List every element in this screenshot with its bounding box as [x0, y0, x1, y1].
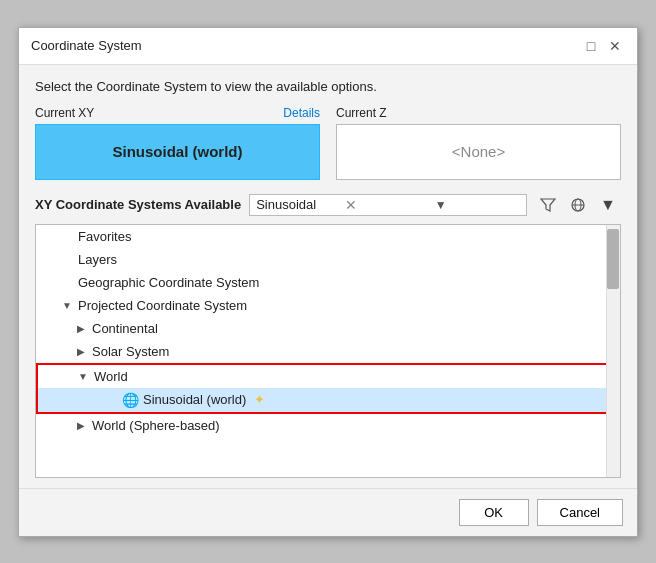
current-xy-z-row: Current XY Details Sinusoidal (world) Cu… [35, 106, 621, 180]
details-link[interactable]: Details [283, 106, 320, 120]
cancel-button[interactable]: Cancel [537, 499, 623, 526]
ok-button[interactable]: OK [459, 499, 529, 526]
tree-item-label: Projected Coordinate System [78, 298, 247, 313]
tree-item-label: Solar System [92, 344, 169, 359]
current-z-label: Current Z [336, 106, 387, 120]
filter-icon[interactable] [535, 192, 561, 218]
tree-item-label: Sinusoidal (world) [143, 392, 246, 407]
expand-icon [60, 275, 74, 289]
coordinate-system-dialog: Coordinate System □ ✕ Select the Coordin… [18, 27, 638, 537]
expand-icon [104, 393, 118, 407]
dropdown-arrow-icon[interactable]: ▼ [435, 198, 520, 212]
current-z-section: Current Z <None> [336, 106, 621, 180]
bottom-bar: OK Cancel [19, 488, 637, 536]
current-xy-label: Current XY [35, 106, 94, 120]
title-bar: Coordinate System □ ✕ [19, 28, 637, 65]
expand-icon [60, 229, 74, 243]
dialog-title: Coordinate System [31, 38, 142, 53]
star-icon: ✦ [254, 392, 265, 407]
tree-item-world-sphere[interactable]: ▶ World (Sphere-based) [36, 414, 620, 437]
tree-item-label: World [94, 369, 128, 384]
tree-item-projected[interactable]: ▼ Projected Coordinate System [36, 294, 620, 317]
tree-container[interactable]: Favorites Layers Geographic Coordinate S… [35, 224, 621, 478]
globe-add-icon[interactable] [565, 192, 591, 218]
tree-item-label: Layers [78, 252, 117, 267]
world-group: ▼ World 🌐 Sinusoidal (world) ✦ [36, 363, 620, 414]
current-xy-value[interactable]: Sinusoidal (world) [35, 124, 320, 180]
tree-item-favorites[interactable]: Favorites [36, 225, 620, 248]
description-text: Select the Coordinate System to view the… [35, 79, 621, 94]
xy-avail-header: XY Coordinate Systems Available Sinusoid… [35, 192, 621, 218]
title-bar-buttons: □ ✕ [581, 36, 625, 56]
globe-icon: 🌐 [122, 392, 139, 408]
tree-item-solar-system[interactable]: ▶ Solar System [36, 340, 620, 363]
dropdown-globe-icon[interactable]: ▼ [595, 192, 621, 218]
tree-item-label: Geographic Coordinate System [78, 275, 259, 290]
current-xy-section: Current XY Details Sinusoidal (world) [35, 106, 320, 180]
tree-item-label: Continental [92, 321, 158, 336]
search-combo[interactable]: Sinusoidal ✕ ▼ [249, 194, 527, 216]
expand-icon: ▼ [60, 298, 74, 312]
toolbar-icons: ▼ [535, 192, 621, 218]
scrollbar-track[interactable] [606, 225, 620, 477]
expand-icon: ▶ [74, 344, 88, 358]
xy-avail-label: XY Coordinate Systems Available [35, 197, 241, 212]
expand-icon [60, 252, 74, 266]
expand-icon: ▼ [76, 369, 90, 383]
tree-item-sinusoidal[interactable]: 🌐 Sinusoidal (world) ✦ [38, 388, 618, 412]
dialog-content: Select the Coordinate System to view the… [19, 65, 637, 488]
tree-item-label: Favorites [78, 229, 131, 244]
tree-item-geographic[interactable]: Geographic Coordinate System [36, 271, 620, 294]
current-xy-label-row: Current XY Details [35, 106, 320, 120]
clear-search-icon[interactable]: ✕ [345, 197, 430, 213]
tree-item-label: World (Sphere-based) [92, 418, 220, 433]
current-z-value: <None> [336, 124, 621, 180]
tree-item-layers[interactable]: Layers [36, 248, 620, 271]
close-button[interactable]: ✕ [605, 36, 625, 56]
minimize-button[interactable]: □ [581, 36, 601, 56]
tree-item-world[interactable]: ▼ World [38, 365, 618, 388]
current-z-label-row: Current Z [336, 106, 621, 120]
search-value: Sinusoidal [256, 197, 341, 212]
scrollbar-thumb[interactable] [607, 229, 619, 289]
expand-icon: ▶ [74, 418, 88, 432]
expand-icon: ▶ [74, 321, 88, 335]
svg-marker-0 [541, 199, 555, 211]
tree-item-continental[interactable]: ▶ Continental [36, 317, 620, 340]
